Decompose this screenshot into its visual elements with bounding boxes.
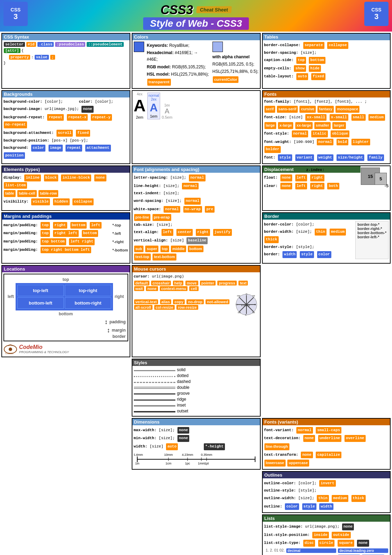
text-transform-row2: lowercase uppercase: [264, 459, 389, 467]
ridge-row: ridge: [134, 397, 259, 402]
white-space-row: white-space: normal no-wrap pre: [134, 206, 259, 213]
displacement-section: Displacement z-index: float: none left r…: [262, 165, 391, 211]
tables-header: Tables: [263, 34, 390, 40]
float-row: float: none left right: [264, 174, 359, 182]
svg-text:w: w: [235, 303, 238, 306]
margin-row4: margin/padding: top right bottom left: [3, 246, 111, 254]
clear-row: clear: none left right both: [264, 182, 359, 190]
double-row: double: [134, 385, 259, 390]
margins-header: Margins and paddings: [2, 213, 130, 220]
pseudo-element-tag: ::pseudoelement: [87, 42, 124, 47]
svg-text:1pc: 1pc: [185, 462, 190, 465]
loc-top-right: top-right: [65, 285, 111, 296]
ruler-svg: 25.4mm 10mm 4.23mm 0.35mm 1in 1cm 1pc 1m…: [134, 452, 259, 466]
color-details: Keywords: RoyalBlue; Hexadecimal: #4169E…: [147, 42, 210, 87]
double-demo: [134, 386, 175, 389]
svg-text:se: se: [252, 311, 255, 314]
bg-repeat-row: background-repeat: repeat repeat-x repea…: [3, 114, 128, 129]
font-size-row: font-size: [size] xx-small x-small small…: [264, 114, 389, 121]
groove-demo: [134, 392, 175, 395]
border-shorthand-row: border: width style color: [264, 251, 356, 258]
bg-pos-row: background-position: [pos-x] [pos-y];: [3, 138, 128, 144]
subtitle: Style of Web - CSS3: [143, 17, 249, 30]
hex-row: Hexadecimal: #4169E1; → #46E;: [147, 50, 210, 63]
inset-label: inset: [177, 403, 186, 408]
svg-text:3: 3: [14, 12, 18, 21]
display-row: display: inline block inline-block none …: [3, 174, 128, 189]
text-decoration-row: text-decoration: none underline overline: [264, 435, 389, 442]
vertical-align-tags: sub super top middle bottom: [134, 245, 259, 253]
border-header: Border: [263, 213, 390, 220]
svg-text:n: n: [246, 292, 247, 296]
font-align-header: Font (alignments and spacing): [132, 166, 260, 173]
codemio-logo: CODEMIO CodeMio PROGRAMMING & TECHNOLOGY: [3, 343, 128, 355]
margin-row3: margin/padding: top bottom left right: [3, 238, 111, 246]
font-size-demo-section: 4ex A 2em normal 2ex A 1em 1ex A 0.5em: [132, 90, 261, 164]
svg-text:25.4mm: 25.4mm: [134, 453, 143, 456]
class-tag: .class: [37, 42, 54, 47]
svg-text:1cm: 1cm: [165, 462, 171, 465]
font-shorthand-row: font: style variant weight size/height f…: [264, 154, 389, 162]
text-transform-row: text-transform: none capitalize: [264, 451, 389, 459]
font-family-row: font-family: [font1], [font2], [font3], …: [264, 99, 389, 105]
codemio-icon: CODEMIO: [3, 343, 17, 355]
solid-label: solid: [177, 367, 186, 372]
outline-color-row: outline-color: [color]; invert: [264, 480, 389, 487]
font-weight-row: font-weight: [100-900] normal bold light…: [264, 138, 389, 153]
cursor-compass: n ne e se s sw w nw e-resize: [234, 292, 259, 317]
list-style-image-row: list-style-image: url(image.png); none: [264, 523, 389, 531]
displacement-header: Displacement z-index:: [263, 166, 361, 173]
svg-text:1pt: 1pt: [204, 462, 209, 465]
svg-text:1mm: 1mm: [198, 462, 205, 465]
z-index-demo: 15 5 -5: [361, 168, 389, 188]
font-size-tags2: large x-large xx-large smaller larger: [264, 122, 389, 129]
transparent-tag: transparent: [147, 79, 171, 86]
loc-center: top-left top-right bottom-left bottom-ri…: [16, 283, 113, 310]
svg-text:10mm: 10mm: [164, 453, 173, 456]
margins-grid: margin/padding: top right bottom left ma…: [3, 221, 128, 254]
transparent-row: transparent: [147, 78, 210, 86]
colon-tag: :: [31, 55, 34, 59]
ridge-label: ridge: [177, 397, 186, 402]
loc-top: top: [6, 276, 126, 283]
table-layout-row: table-layout: auto fixed: [264, 73, 389, 80]
cursor-tags2: vertical-text alias copy no-drop not-all…: [134, 299, 233, 310]
border-color-row: border-color: [color];: [264, 222, 356, 228]
loc-middle: left top-left top-right bottom-left bott…: [6, 283, 126, 310]
padding-label-row: ↕ padding: [6, 317, 126, 327]
svg-text:0.35mm: 0.35mm: [201, 453, 212, 456]
font-demo-1ex: 1ex A 0.5em: [162, 103, 173, 119]
bg-image-row: background-image: url(image.jpg); none: [3, 105, 128, 113]
syntax-selector-row: selector #id .class :pseudoclass ::pseud…: [3, 42, 128, 53]
id-tag: #id: [26, 42, 36, 47]
dashed-demo: [134, 380, 175, 383]
close-brace: }: [3, 61, 128, 65]
syntax-property-row: property : value ;: [3, 54, 128, 60]
backgrounds-section: Backgrounds background-color: [color]; c…: [1, 90, 130, 164]
letter-spacing-row: letter-spacing: [size]; normal: [134, 174, 259, 182]
colors-section: Colors Keywords: RoyalBlue; Hexadecimal:…: [132, 33, 261, 89]
outline-width-row: outline-width: [size]; thin medium thick: [264, 495, 389, 502]
color-swatch-alpha: [212, 42, 223, 52]
outlines-section: Outlines outline-color: [color]; invert …: [262, 471, 391, 513]
dotted-label: dotted: [177, 373, 189, 378]
value-tag: value: [35, 55, 49, 60]
colors-header: Colors: [132, 34, 260, 40]
loc-left: left: [6, 283, 16, 310]
hsl-row: HSL model: HSL(225,71%,88%);: [147, 71, 210, 78]
outline-style-row: outline-style: [style];: [264, 488, 389, 494]
cursor-tags: default crosshair help move pointer prog…: [134, 280, 259, 291]
outset-label: outset: [177, 409, 189, 413]
svg-text:e: e: [254, 303, 256, 306]
css-syntax-header: CSS Syntax: [2, 34, 130, 40]
padding-arrow: ↕: [105, 318, 108, 326]
ridge-demo: [134, 398, 175, 401]
text-indent-row: text-indent: [size];: [134, 190, 259, 197]
svg-text:CODEMIO: CODEMIO: [5, 352, 14, 355]
display-row2: table table-cell table-row: [3, 190, 128, 197]
font-demo-4ex: 4ex A 2em: [134, 92, 146, 119]
groove-label: groove: [177, 391, 190, 396]
font-demo-normal: normal 2ex A 1em: [147, 93, 160, 119]
border-props: border-color: [color]; border-width: [si…: [264, 221, 356, 259]
groove-row: groove: [134, 391, 259, 396]
